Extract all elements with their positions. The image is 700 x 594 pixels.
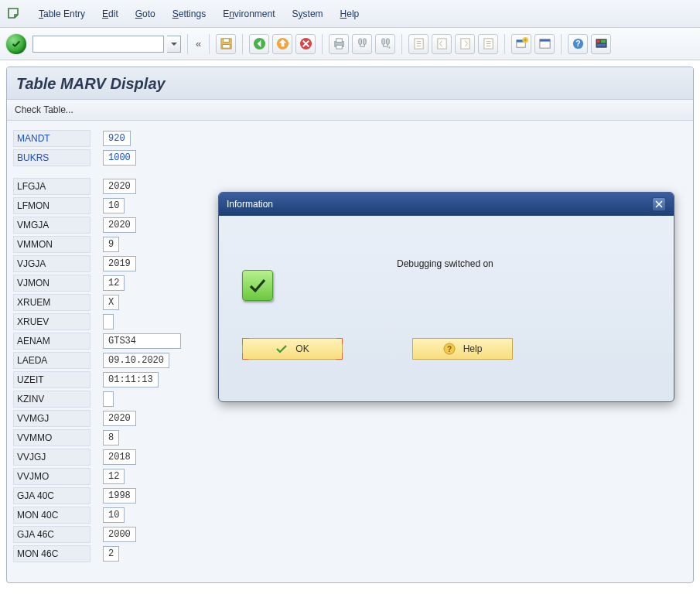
field-value: 2000 bbox=[103, 527, 136, 542]
next-page-icon[interactable] bbox=[455, 34, 475, 54]
field-row: MON 40C10 bbox=[13, 505, 687, 524]
prev-page-icon[interactable] bbox=[432, 34, 452, 54]
print-icon[interactable] bbox=[329, 34, 349, 54]
field-value: 12 bbox=[103, 275, 125, 291]
svg-rect-16 bbox=[461, 39, 470, 49]
svg-rect-7 bbox=[336, 39, 342, 43]
field-label: LFGJA bbox=[13, 178, 90, 195]
field-row: VVMMO8 bbox=[13, 428, 687, 447]
app-menu-icon[interactable] bbox=[6, 6, 22, 22]
field-label: KZINV bbox=[13, 391, 90, 408]
field-label: MON 40C bbox=[13, 507, 90, 524]
field-label: VVMGJ bbox=[13, 410, 90, 427]
field-label: MANDT bbox=[13, 130, 90, 147]
field-row: MANDT920 bbox=[13, 128, 687, 148]
menu-edit[interactable]: Edit bbox=[102, 9, 118, 19]
field-value: 1998 bbox=[103, 488, 136, 504]
menu-help[interactable]: Help bbox=[340, 9, 360, 19]
field-label: VJGJA bbox=[13, 255, 90, 272]
dialog-ok-label: OK bbox=[295, 343, 309, 354]
svg-rect-1 bbox=[223, 39, 229, 43]
field-row: MON 46C2 bbox=[13, 544, 687, 563]
field-label: UZEIT bbox=[13, 371, 90, 388]
enter-button[interactable] bbox=[6, 34, 26, 54]
field-value bbox=[103, 314, 114, 329]
dialog-success-icon bbox=[242, 270, 273, 301]
field-label: AENAM bbox=[13, 333, 90, 350]
command-field[interactable] bbox=[32, 36, 164, 53]
dialog-help-label: Help bbox=[463, 343, 483, 354]
svg-rect-26 bbox=[597, 40, 600, 43]
check-table-button[interactable]: Check Table... bbox=[15, 104, 73, 115]
field-value: 1000 bbox=[103, 150, 136, 166]
field-label: LAEDA bbox=[13, 352, 90, 369]
info-dialog: Information Debugging switched on OK ? H… bbox=[218, 192, 674, 402]
field-label: VMMON bbox=[13, 236, 90, 253]
back-icon[interactable] bbox=[249, 34, 269, 54]
new-session-icon[interactable] bbox=[511, 34, 531, 54]
field-label: VVMMO bbox=[13, 429, 90, 446]
field-value: 8 bbox=[103, 430, 119, 446]
svg-rect-28 bbox=[597, 44, 606, 47]
field-row: BUKRS1000 bbox=[13, 148, 687, 167]
cancel-icon[interactable] bbox=[295, 34, 316, 54]
menu-environment[interactable]: Environment bbox=[223, 9, 275, 19]
field-value: 2018 bbox=[103, 449, 136, 465]
field-value: X bbox=[103, 295, 119, 310]
svg-text:?: ? bbox=[447, 345, 452, 353]
svg-rect-12 bbox=[386, 39, 389, 45]
menu-table-entry[interactable]: Table Entry bbox=[39, 9, 85, 19]
last-page-icon[interactable] bbox=[478, 34, 498, 54]
toolbar: « + ? bbox=[0, 28, 700, 60]
field-row: VVMGJ2020 bbox=[13, 408, 687, 428]
field-label: GJA 40C bbox=[13, 487, 90, 504]
field-label: LFMON bbox=[13, 197, 90, 214]
field-label: GJA 46C bbox=[13, 526, 90, 543]
field-value: 09.10.2020 bbox=[103, 353, 169, 368]
exit-icon[interactable] bbox=[272, 34, 292, 54]
field-label: XRUEV bbox=[13, 313, 90, 330]
field-label: BUKRS bbox=[13, 149, 90, 166]
field-value bbox=[103, 391, 114, 407]
field-value: 2 bbox=[103, 546, 119, 562]
field-row: VVJMO12 bbox=[13, 466, 687, 486]
find-icon[interactable] bbox=[352, 34, 372, 54]
field-value: 01:11:13 bbox=[103, 372, 159, 387]
dialog-message: Debugging switched on bbox=[397, 258, 493, 269]
layout-icon[interactable] bbox=[534, 34, 555, 54]
local-layout-icon[interactable] bbox=[591, 34, 611, 54]
field-label: VMGJA bbox=[13, 217, 90, 234]
field-row: GJA 40C1998 bbox=[13, 486, 687, 505]
dialog-help-button[interactable]: ? Help bbox=[412, 338, 513, 360]
page-title: Table MARV Display bbox=[7, 67, 693, 100]
dialog-close-button[interactable] bbox=[652, 197, 666, 211]
command-dropdown[interactable] bbox=[167, 36, 181, 53]
field-value: 12 bbox=[103, 469, 125, 484]
field-label: XRUEM bbox=[13, 294, 90, 311]
svg-rect-9 bbox=[359, 39, 362, 45]
field-value: 2020 bbox=[103, 179, 136, 194]
field-value: 920 bbox=[103, 131, 131, 146]
help-icon[interactable]: ? bbox=[568, 34, 588, 54]
field-label: VJMON bbox=[13, 275, 90, 292]
save-icon[interactable] bbox=[216, 34, 236, 54]
menu-system[interactable]: System bbox=[292, 9, 323, 19]
menu-settings[interactable]: Settings bbox=[172, 9, 206, 19]
history-back-icon[interactable]: « bbox=[194, 38, 203, 50]
svg-rect-8 bbox=[336, 45, 342, 49]
svg-rect-22 bbox=[540, 39, 550, 42]
menu-goto[interactable]: Goto bbox=[135, 9, 155, 19]
svg-rect-15 bbox=[438, 39, 446, 49]
dialog-ok-button[interactable]: OK bbox=[242, 338, 343, 360]
field-value: 2020 bbox=[103, 217, 136, 233]
find-next-icon[interactable]: + bbox=[375, 34, 395, 54]
field-value: 10 bbox=[103, 507, 125, 523]
dialog-titlebar: Information bbox=[219, 193, 674, 216]
svg-rect-10 bbox=[363, 39, 366, 45]
sub-toolbar: Check Table... bbox=[7, 100, 693, 121]
field-label: VVJMO bbox=[13, 468, 90, 485]
field-label: VVJGJ bbox=[13, 449, 90, 466]
svg-text:?: ? bbox=[575, 39, 580, 48]
field-row: VVJGJ2018 bbox=[13, 447, 687, 466]
first-page-icon[interactable] bbox=[408, 34, 429, 54]
